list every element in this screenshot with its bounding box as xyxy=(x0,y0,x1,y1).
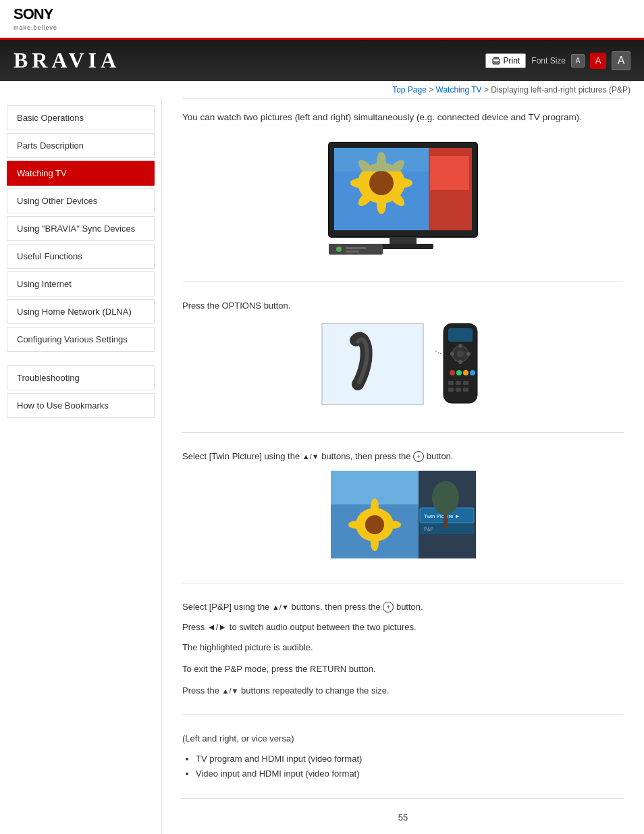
sony-logo: SONY xyxy=(14,7,630,22)
sidebar-item-useful-functions[interactable]: Useful Functions xyxy=(7,244,155,269)
svg-rect-1 xyxy=(493,57,499,59)
remote-image xyxy=(182,320,624,408)
svg-text:P&P: P&P xyxy=(424,527,433,531)
svg-point-33 xyxy=(458,360,462,364)
breadcrumb-top-link[interactable]: Top Page xyxy=(392,85,427,95)
twin-picture-image: Twin Picture ► P&P xyxy=(182,471,624,558)
sony-tagline: make.believe xyxy=(14,24,57,31)
svg-rect-61 xyxy=(444,515,448,528)
svg-rect-45 xyxy=(463,388,468,392)
note-item-1: TV program and HDMI input (video format) xyxy=(196,752,624,766)
screen-svg xyxy=(319,320,427,408)
svg-point-24 xyxy=(336,246,342,252)
svg-point-53 xyxy=(348,521,365,529)
svg-point-35 xyxy=(466,352,471,356)
note-header: (Left and right, or vice versa) xyxy=(182,731,624,746)
font-small-button[interactable]: A xyxy=(571,54,585,68)
svg-point-52 xyxy=(371,535,379,551)
svg-point-39 xyxy=(470,370,475,375)
section-step1: Press the OPTIONS button. xyxy=(182,282,624,433)
svg-rect-27 xyxy=(322,323,423,405)
svg-point-13 xyxy=(394,178,412,188)
svg-point-11 xyxy=(377,195,386,214)
svg-rect-41 xyxy=(456,381,461,385)
svg-point-51 xyxy=(371,498,379,515)
svg-point-60 xyxy=(432,481,459,515)
tv-image xyxy=(182,136,624,257)
step2-text: Select [Twin Picture] using the ▲/▼ butt… xyxy=(182,449,624,464)
svg-rect-40 xyxy=(448,381,454,385)
svg-text:Twin Picture ►: Twin Picture ► xyxy=(424,513,460,519)
breadcrumb-sep2: > xyxy=(484,85,491,95)
note-item-2: Video input and HDMI input (video format… xyxy=(196,766,624,781)
breadcrumb: Top Page > Watching TV > Displaying left… xyxy=(0,81,644,99)
svg-point-36 xyxy=(450,370,455,375)
svg-rect-42 xyxy=(463,381,468,385)
font-medium-button[interactable]: A xyxy=(590,53,606,69)
sidebar-item-watching-tv[interactable]: Watching TV xyxy=(7,161,155,186)
bravia-controls: Print Font Size A A A xyxy=(485,51,630,70)
section-intro: You can watch two pictures (left and rig… xyxy=(182,99,624,282)
sidebar-item-troubleshooting[interactable]: Troubleshooting xyxy=(7,365,155,390)
bravia-title: BRAVIA xyxy=(14,48,120,73)
svg-rect-43 xyxy=(448,388,454,392)
remote-svg xyxy=(433,320,487,408)
step5-text: The highlighted picture is audible. xyxy=(182,640,624,655)
print-button[interactable]: Print xyxy=(485,53,527,68)
svg-point-12 xyxy=(350,178,369,188)
step7-text: Press the ▲/▼ buttons repeatedly to chan… xyxy=(182,683,624,698)
intro-text: You can watch two pictures (left and rig… xyxy=(182,110,624,125)
svg-rect-44 xyxy=(456,388,461,392)
svg-rect-26 xyxy=(346,251,359,253)
tv-svg xyxy=(308,136,498,257)
notes-list: TV program and HDMI input (video format)… xyxy=(196,752,624,781)
main-layout: Basic OperationsParts DescriptionWatchin… xyxy=(0,99,644,834)
svg-point-9 xyxy=(369,171,394,195)
font-large-button[interactable]: A xyxy=(612,51,630,70)
svg-point-37 xyxy=(456,370,462,375)
page-number: 55 xyxy=(182,812,624,823)
svg-rect-18 xyxy=(334,148,429,172)
sidebar-item-how-to-use-bookmarks[interactable]: How to Use Bookmarks xyxy=(7,393,155,418)
svg-point-50 xyxy=(365,515,384,534)
breadcrumb-current: Displaying left-and-right pictures (P&P) xyxy=(491,85,630,95)
font-size-label: Font Size xyxy=(531,56,566,66)
bravia-bar: BRAVIA Print Font Size A A A xyxy=(0,38,644,81)
top-bar: SONY make.believe xyxy=(0,0,644,38)
step1-text: Press the OPTIONS button. xyxy=(182,298,624,313)
svg-point-38 xyxy=(463,370,468,375)
svg-line-46 xyxy=(435,350,441,354)
sidebar-item-using-other-devices[interactable]: Using Other Devices xyxy=(7,188,155,213)
section-step3: Select [P&P] using the ▲/▼ buttons, then… xyxy=(182,583,624,715)
breadcrumb-watching-link[interactable]: Watching TV xyxy=(436,85,482,95)
content-area: You can watch two pictures (left and rig… xyxy=(162,99,644,834)
breadcrumb-sep1: > xyxy=(429,85,435,95)
svg-point-54 xyxy=(385,521,401,529)
twin-picture-svg: Twin Picture ► P&P xyxy=(331,471,476,558)
sidebar-item-configuring-various[interactable]: Configuring Various Settings xyxy=(7,327,155,352)
sidebar-item-basic-operations[interactable]: Basic Operations xyxy=(7,105,155,130)
sidebar-item-using-internet[interactable]: Using Internet xyxy=(7,271,155,296)
svg-rect-3 xyxy=(494,62,498,63)
step6-text: To exit the P&P mode, press the RETURN b… xyxy=(182,662,624,677)
svg-point-32 xyxy=(458,344,462,348)
svg-rect-25 xyxy=(346,247,366,249)
svg-rect-20 xyxy=(430,156,469,190)
svg-rect-29 xyxy=(448,328,473,342)
svg-rect-4 xyxy=(494,63,497,63)
sidebar: Basic OperationsParts DescriptionWatchin… xyxy=(0,99,162,834)
step3-text: Select [P&P] using the ▲/▼ buttons, then… xyxy=(182,600,624,615)
print-label: Print xyxy=(504,56,520,66)
step4-text: Press ◄/► to switch audio output between… xyxy=(182,620,624,635)
svg-point-34 xyxy=(450,352,454,356)
sidebar-item-using-bravia-sync[interactable]: Using "BRAVIA" Sync Devices xyxy=(7,216,155,241)
section-step2: Select [Twin Picture] using the ▲/▼ butt… xyxy=(182,433,624,583)
svg-point-31 xyxy=(457,350,464,357)
print-icon xyxy=(491,56,501,66)
section-notes: (Left and right, or vice versa) TV progr… xyxy=(182,715,624,798)
sidebar-item-using-home-network[interactable]: Using Home Network (DLNA) xyxy=(7,299,155,324)
sidebar-item-parts-description[interactable]: Parts Description xyxy=(7,133,155,158)
